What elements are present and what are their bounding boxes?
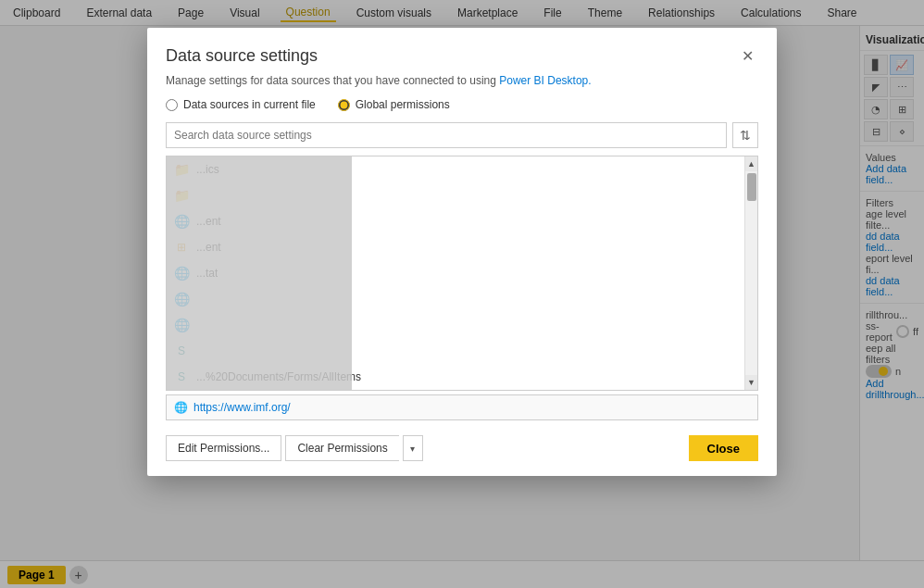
radio-global[interactable]: Global permissions (338, 98, 450, 111)
clear-permissions-dropdown-button[interactable]: ▾ (403, 435, 423, 461)
sort-icon: ⇅ (740, 128, 751, 143)
modal-close-button[interactable]: ✕ (736, 44, 758, 67)
modal-title: Data source settings (166, 46, 318, 66)
power-bi-link[interactable]: Power BI Desktop. (499, 74, 591, 87)
list-item[interactable]: 🌐 ...tat (167, 260, 744, 286)
clear-permissions-button[interactable]: Clear Permissions (285, 435, 398, 461)
sharepoint-icon: S (174, 369, 189, 384)
modal-header: Data source settings ✕ (147, 28, 777, 74)
dropdown-chevron-icon: ▾ (410, 444, 415, 454)
close-button[interactable]: Close (689, 435, 758, 461)
folder-icon: 📁 (174, 188, 189, 203)
globe-icon: 🌐 (174, 266, 189, 281)
url-globe-icon: 🌐 (174, 401, 188, 414)
item-text: ...ent (196, 241, 221, 254)
list-item[interactable]: S ...%20Documents/Forms/AllItems (167, 364, 744, 390)
item-text: ...tat (196, 267, 218, 280)
edit-permissions-button[interactable]: Edit Permissions... (166, 435, 281, 461)
folder-icon: 📁 (174, 162, 189, 177)
radio-current-file-label: Data sources in current file (183, 98, 316, 111)
item-text: ...%20Documents/Forms/AllItems (196, 370, 361, 383)
selected-url-text: https://www.imf.org/ (194, 401, 291, 414)
list-item[interactable]: 📁 (167, 182, 744, 208)
modal-subtitle: Manage settings for data sources that yo… (147, 74, 777, 98)
radio-global-label: Global permissions (356, 98, 450, 111)
buttons-row: Edit Permissions... Clear Permissions ▾ … (147, 428, 777, 476)
radio-current-file[interactable]: Data sources in current file (166, 98, 316, 111)
scrollbar-down-button[interactable]: ▼ (745, 375, 757, 390)
modal-overlay[interactable]: Data source settings ✕ Manage settings f… (0, 0, 924, 588)
radio-global-input[interactable] (338, 99, 350, 111)
selected-url-bar: 🌐 https://www.imf.org/ (166, 394, 758, 420)
radio-row: Data sources in current file Global perm… (147, 98, 777, 122)
datasource-list-container: 📁 ...ics 📁 🌐 ...ent ⊞ ...ent 🌐 .. (166, 156, 758, 391)
list-item[interactable]: ⊞ ...ent (167, 234, 744, 260)
list-item[interactable]: 🌐 ...ent (167, 208, 744, 234)
sharepoint-icon: S (174, 344, 189, 358)
search-row: ⇅ (147, 122, 777, 156)
sort-button[interactable]: ⇅ (732, 122, 758, 148)
list-item[interactable]: S (167, 338, 744, 364)
data-source-settings-modal: Data source settings ✕ Manage settings f… (147, 28, 777, 476)
list-item[interactable]: 🌐 (167, 286, 744, 312)
item-text: ...ent (196, 215, 221, 228)
table-icon: ⊞ (174, 240, 189, 255)
search-input[interactable] (166, 122, 727, 148)
item-text: ...ics (196, 163, 219, 176)
scrollbar[interactable]: ▲ ▼ (744, 156, 757, 390)
globe-icon: 🌐 (174, 214, 189, 229)
scrollbar-thumb[interactable] (747, 173, 756, 201)
radio-current-file-input[interactable] (166, 99, 178, 111)
scrollbar-up-button[interactable]: ▲ (745, 156, 757, 171)
globe-icon: 🌐 (174, 318, 189, 332)
globe-icon: 🌐 (174, 292, 189, 307)
list-item[interactable]: 📁 ...ics (167, 156, 744, 182)
list-item[interactable]: 🌐 (167, 312, 744, 338)
datasource-list[interactable]: 📁 ...ics 📁 🌐 ...ent ⊞ ...ent 🌐 .. (167, 156, 744, 390)
